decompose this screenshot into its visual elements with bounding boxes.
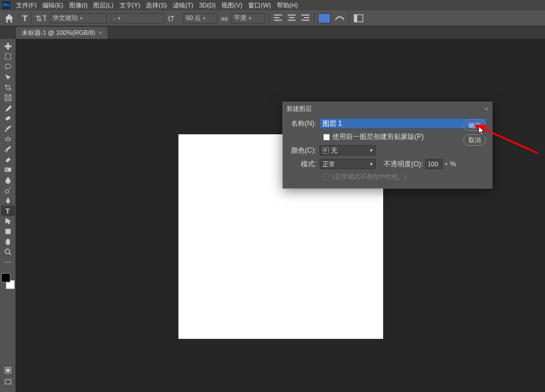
menu-3d[interactable]: 3D(D)	[199, 2, 216, 9]
menu-layer[interactable]: 图层(L)	[93, 1, 113, 10]
svg-point-5	[5, 64, 11, 69]
font-size-select[interactable]: 60 点	[183, 13, 217, 23]
lasso-tool-icon[interactable]	[1, 62, 15, 72]
foreground-color-swatch[interactable]	[1, 273, 10, 282]
menu-window[interactable]: 窗口(W)	[248, 1, 271, 10]
opacity-input[interactable]	[425, 159, 443, 169]
history-brush-icon[interactable]	[1, 144, 15, 154]
color-swatches[interactable]	[1, 273, 15, 289]
menu-filter[interactable]: 滤镜(T)	[173, 1, 193, 10]
antialias-label: aa	[221, 15, 228, 22]
options-bar: T ⇅T 华文琥珀 - tT 60 点 aa 平滑	[0, 10, 545, 26]
neutral-note: (正常模式不存在中性色。)	[333, 173, 406, 181]
dialog-close-icon[interactable]: ×	[484, 105, 488, 113]
ok-button[interactable]: 确定	[463, 119, 486, 131]
svg-rect-16	[5, 379, 11, 384]
font-style-select[interactable]: -	[110, 13, 165, 23]
opacity-label: 不透明度(O):	[384, 159, 423, 169]
menu-help[interactable]: 帮助(H)	[277, 1, 298, 10]
antialias-select[interactable]: 平滑	[231, 13, 265, 23]
pen-tool-icon[interactable]	[1, 195, 15, 206]
opacity-dropdown-icon[interactable]: ▾	[445, 161, 448, 167]
brush-tool-icon[interactable]	[1, 123, 15, 134]
close-tab-icon[interactable]: ×	[99, 30, 102, 36]
hand-tool-icon[interactable]	[1, 237, 15, 247]
separator	[349, 13, 349, 24]
blur-tool-icon[interactable]	[1, 175, 15, 185]
document-tab-bar: 未标题-1 @ 100%(RGB/8) ×	[0, 26, 545, 39]
new-layer-dialog: 新建图层 × 名称(N): 使用前一图层创建剪贴蒙版(P) 颜色(C): ✕无 …	[283, 102, 492, 189]
type-tool-icon[interactable]: T	[1, 206, 15, 216]
document-tab[interactable]: 未标题-1 @ 100%(RGB/8) ×	[16, 27, 108, 39]
menu-file[interactable]: 文件(F)	[16, 1, 37, 10]
menu-type[interactable]: 文字(Y)	[120, 1, 141, 10]
panel-toggle-icon[interactable]	[353, 13, 364, 24]
neutral-checkbox	[323, 174, 329, 180]
svg-point-13	[5, 249, 10, 254]
path-select-tool-icon[interactable]	[1, 216, 15, 226]
dialog-titlebar[interactable]: 新建图层 ×	[283, 102, 492, 115]
zoom-tool-icon[interactable]	[1, 247, 15, 257]
menu-view[interactable]: 视图(V)	[221, 1, 242, 10]
text-orientation-icon[interactable]: ⇅T	[35, 13, 46, 24]
frame-tool-icon[interactable]	[1, 93, 15, 103]
align-right-icon[interactable]	[300, 13, 311, 23]
tool-palette: T ⋯	[0, 39, 16, 392]
mode-select[interactable]: 正常	[320, 159, 376, 169]
clone-tool-icon[interactable]	[1, 134, 15, 144]
svg-rect-10	[5, 168, 8, 171]
quick-select-tool-icon[interactable]	[1, 72, 15, 82]
svg-rect-12	[6, 229, 10, 234]
font-family-select[interactable]: 华文琥珀	[50, 13, 107, 23]
separator	[31, 13, 31, 24]
warp-text-icon[interactable]	[334, 13, 345, 24]
healing-tool-icon[interactable]	[1, 113, 15, 123]
align-left-icon[interactable]	[273, 13, 283, 23]
svg-rect-7	[5, 116, 10, 120]
menu-image[interactable]: 图像(I)	[69, 1, 87, 10]
toolbar-more-icon[interactable]: ⋯	[1, 257, 15, 267]
color-select[interactable]: ✕无	[320, 145, 376, 155]
main-area: T ⋯	[0, 39, 545, 392]
canvas-area	[16, 39, 545, 392]
svg-rect-4	[5, 54, 11, 59]
menu-edit[interactable]: 编辑(E)	[42, 1, 63, 10]
text-color-swatch[interactable]	[318, 13, 331, 23]
layer-name-input[interactable]	[320, 118, 486, 129]
type-tool-icon[interactable]: T	[22, 13, 27, 23]
quickmask-icon[interactable]	[1, 365, 15, 376]
menu-select[interactable]: 选择(S)	[146, 1, 167, 10]
name-label: 名称(N):	[289, 119, 320, 129]
move-tool-icon[interactable]	[1, 41, 15, 51]
gradient-tool-icon[interactable]	[1, 165, 15, 175]
crop-tool-icon[interactable]	[1, 82, 15, 93]
home-icon[interactable]	[3, 13, 15, 24]
separator	[18, 13, 19, 24]
clipping-mask-checkbox[interactable]	[323, 134, 330, 141]
font-size-icon: tT	[168, 13, 180, 24]
svg-text:tT: tT	[168, 15, 174, 23]
cancel-button[interactable]: 取消	[463, 134, 486, 146]
clipping-mask-label: 使用前一图层创建剪贴蒙版(P)	[332, 132, 424, 142]
mode-label: 模式:	[289, 159, 320, 169]
screenmode-icon[interactable]	[1, 376, 15, 387]
shape-tool-icon[interactable]	[1, 226, 15, 237]
eraser-tool-icon[interactable]	[1, 154, 15, 165]
svg-rect-3	[355, 14, 357, 22]
color-label: 颜色(C):	[289, 146, 320, 155]
marquee-tool-icon[interactable]	[1, 51, 15, 62]
opacity-unit: %	[450, 160, 456, 168]
separator	[269, 13, 269, 24]
svg-point-8	[5, 150, 7, 152]
svg-point-15	[6, 369, 10, 372]
tab-title: 未标题-1 @ 100%(RGB/8)	[22, 29, 96, 37]
app-logo-icon: Ps	[2, 1, 10, 9]
dialog-title: 新建图层	[287, 105, 312, 113]
svg-point-11	[5, 190, 9, 193]
eyedropper-tool-icon[interactable]	[1, 103, 15, 113]
dodge-tool-icon[interactable]	[1, 185, 15, 195]
menu-bar: Ps 文件(F) 编辑(E) 图像(I) 图层(L) 文字(Y) 选择(S) 滤…	[0, 0, 545, 10]
separator	[314, 13, 315, 24]
svg-text:⇅T: ⇅T	[35, 14, 46, 23]
align-center-icon[interactable]	[287, 13, 297, 23]
